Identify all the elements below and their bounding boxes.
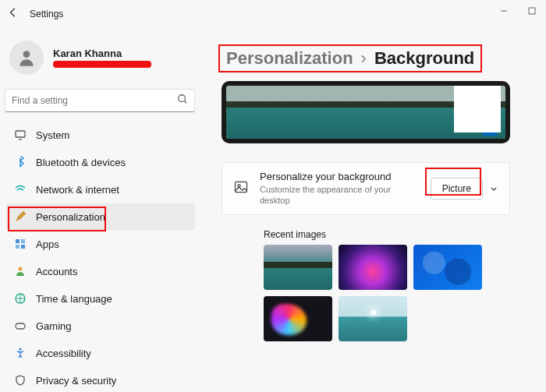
bluetooth-icon	[14, 156, 27, 168]
system-icon	[14, 129, 27, 141]
svg-point-1	[23, 51, 30, 58]
nav-label: System	[36, 129, 69, 141]
nav-accounts[interactable]: Accounts	[6, 258, 195, 284]
user-profile[interactable]: Karan Khanna	[5, 34, 200, 86]
shield-icon	[14, 374, 27, 387]
svg-rect-3	[16, 131, 25, 137]
svg-point-2	[179, 95, 186, 102]
user-name: Karan Khanna	[53, 48, 151, 59]
nav-label: Apps	[36, 238, 59, 250]
recent-image-thumb[interactable]	[339, 296, 407, 341]
background-setting-card[interactable]: Personalize your background Customize th…	[222, 162, 510, 215]
svg-point-11	[20, 348, 22, 351]
svg-point-8	[19, 267, 23, 271]
window-title: Settings	[30, 9, 63, 19]
recent-images-grid	[264, 245, 513, 341]
search-icon	[177, 94, 188, 108]
nav-apps[interactable]: Apps	[6, 231, 195, 257]
nav-accessibility[interactable]: Accessibility	[6, 340, 195, 366]
expand-button[interactable]	[483, 177, 505, 200]
nav-bluetooth[interactable]: Bluetooth & devices	[6, 149, 195, 175]
nav-personalization[interactable]: Personalization	[6, 203, 195, 230]
minimize-button[interactable]	[490, 0, 518, 22]
nav-label: Privacy & security	[36, 375, 116, 387]
back-button[interactable]	[8, 7, 19, 21]
setting-title: Personalize your background	[260, 171, 420, 182]
svg-rect-5	[21, 239, 25, 243]
search-input[interactable]	[12, 95, 177, 106]
svg-rect-6	[16, 245, 20, 249]
recent-image-thumb[interactable]	[413, 245, 482, 290]
nav-time-language[interactable]: Time & language	[6, 285, 195, 312]
svg-rect-4	[16, 239, 20, 243]
nav-label: Gaming	[36, 320, 72, 332]
nav-label: Accounts	[36, 266, 77, 277]
globe-icon	[14, 292, 27, 305]
nav-gaming[interactable]: Gaming	[6, 313, 195, 339]
picture-icon	[233, 179, 249, 198]
user-email-redacted	[53, 61, 151, 68]
paintbrush-icon	[14, 210, 27, 223]
nav-privacy[interactable]: Privacy & security	[6, 367, 195, 392]
recent-image-thumb[interactable]	[264, 245, 332, 290]
highlight-annotation	[218, 44, 482, 72]
svg-rect-7	[21, 245, 25, 249]
maximize-button[interactable]	[518, 0, 546, 22]
desktop-preview	[222, 81, 510, 143]
svg-rect-12	[236, 182, 247, 192]
avatar	[9, 41, 44, 75]
recent-image-thumb[interactable]	[339, 245, 407, 290]
svg-rect-0	[529, 8, 535, 14]
nav-label: Bluetooth & devices	[36, 157, 126, 168]
highlight-annotation	[425, 168, 481, 196]
search-box[interactable]	[5, 89, 195, 112]
setting-desc: Customize the appearance of your desktop	[260, 184, 420, 207]
accounts-icon	[14, 265, 27, 277]
accessibility-icon	[14, 347, 27, 359]
svg-rect-10	[16, 323, 25, 329]
nav-label: Personalization	[36, 211, 105, 223]
nav-label: Time & language	[36, 293, 112, 305]
apps-icon	[14, 238, 27, 250]
nav-label: Accessibility	[36, 348, 91, 359]
recent-image-thumb[interactable]	[264, 296, 332, 341]
recent-images-heading: Recent images	[264, 229, 540, 240]
nav-system[interactable]: System	[6, 122, 195, 148]
nav-network[interactable]: Network & internet	[6, 176, 195, 203]
nav-label: Network & internet	[36, 184, 119, 196]
gaming-icon	[14, 320, 27, 332]
wifi-icon	[14, 183, 27, 196]
